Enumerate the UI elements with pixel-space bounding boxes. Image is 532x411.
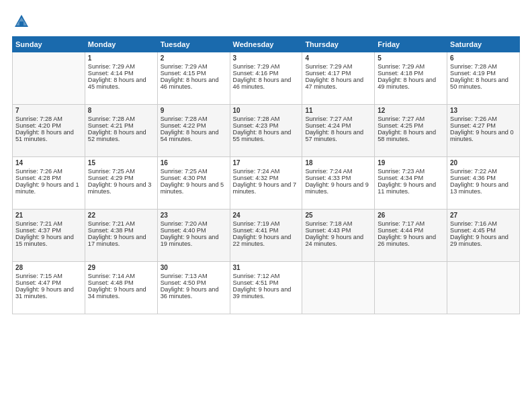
sunset: Sunset: 4:47 PM [15,279,61,286]
day-number: 3 [233,54,300,62]
calendar-cell: 16Sunrise: 7:25 AMSunset: 4:30 PMDayligh… [157,157,230,210]
daylight: Daylight: 9 hours and 36 minutes. [161,286,219,300]
calendar-week-row: 21Sunrise: 7:21 AMSunset: 4:37 PMDayligh… [13,210,520,262]
sunset: Sunset: 4:38 PM [88,227,134,234]
logo [12,12,34,31]
calendar-cell [375,262,447,314]
daylight: Daylight: 9 hours and 19 minutes. [161,234,219,247]
daylight: Daylight: 8 hours and 50 minutes. [450,77,508,90]
calendar-body: 1Sunrise: 7:29 AMSunset: 4:14 PMDaylight… [13,52,520,314]
sunset: Sunset: 4:40 PM [161,227,206,234]
sunrise: Sunrise: 7:20 AM [161,220,208,227]
daylight: Daylight: 9 hours and 9 minutes. [305,181,369,195]
calendar-cell: 27Sunrise: 7:16 AMSunset: 4:45 PMDayligh… [447,210,520,262]
sunset: Sunset: 4:15 PM [161,70,206,77]
daylight: Daylight: 9 hours and 39 minutes. [233,286,292,300]
day-number: 7 [15,107,82,114]
weekday-header: Wednesday [230,37,302,52]
daylight: Daylight: 8 hours and 58 minutes. [378,129,436,142]
day-number: 14 [15,159,82,167]
day-number: 21 [15,212,82,219]
sunrise: Sunrise: 7:28 AM [233,116,280,122]
sunset: Sunset: 4:33 PM [305,175,351,181]
sunset: Sunset: 4:32 PM [233,175,279,181]
sunrise: Sunrise: 7:17 AM [378,220,425,227]
calendar-header: SundayMondayTuesdayWednesdayThursdayFrid… [13,37,520,52]
calendar-cell: 13Sunrise: 7:26 AMSunset: 4:27 PMDayligh… [447,105,520,157]
day-number: 12 [378,107,444,114]
calendar-cell: 2Sunrise: 7:29 AMSunset: 4:15 PMDaylight… [157,52,230,105]
sunrise: Sunrise: 7:28 AM [88,116,135,122]
sunrise: Sunrise: 7:29 AM [378,63,425,70]
sunrise: Sunrise: 7:16 AM [450,220,497,227]
calendar-cell: 20Sunrise: 7:22 AMSunset: 4:36 PMDayligh… [447,157,520,210]
day-number: 6 [450,54,517,62]
sunset: Sunset: 4:18 PM [378,70,423,77]
sunset: Sunset: 4:34 PM [378,175,423,181]
calendar-table: SundayMondayTuesdayWednesdayThursdayFrid… [12,36,520,314]
calendar-week-row: 28Sunrise: 7:15 AMSunset: 4:47 PMDayligh… [13,262,520,314]
day-number: 8 [88,107,154,114]
sunset: Sunset: 4:16 PM [233,70,279,77]
sunset: Sunset: 4:48 PM [88,279,134,286]
calendar-cell: 3Sunrise: 7:29 AMSunset: 4:16 PMDaylight… [230,52,302,105]
weekday-header: Tuesday [157,37,230,52]
sunrise: Sunrise: 7:15 AM [15,273,62,279]
calendar-cell [447,262,520,314]
weekday-header: Friday [375,37,447,52]
day-number: 15 [88,159,154,167]
sunset: Sunset: 4:41 PM [233,227,279,234]
day-number: 28 [15,264,82,271]
sunset: Sunset: 4:28 PM [15,175,61,181]
sunset: Sunset: 4:24 PM [305,122,351,129]
weekday-header: Monday [85,37,157,52]
calendar-cell: 24Sunrise: 7:19 AMSunset: 4:41 PMDayligh… [230,210,302,262]
sunset: Sunset: 4:20 PM [15,122,61,129]
calendar-cell: 12Sunrise: 7:27 AMSunset: 4:25 PMDayligh… [375,105,447,157]
sunrise: Sunrise: 7:22 AM [450,168,497,175]
calendar-cell: 31Sunrise: 7:12 AMSunset: 4:51 PMDayligh… [230,262,302,314]
calendar-cell: 14Sunrise: 7:26 AMSunset: 4:28 PMDayligh… [13,157,85,210]
calendar-cell: 30Sunrise: 7:13 AMSunset: 4:50 PMDayligh… [157,262,230,314]
day-number: 22 [88,212,154,219]
day-number: 13 [450,107,517,114]
sunset: Sunset: 4:17 PM [305,70,351,77]
sunset: Sunset: 4:29 PM [88,175,134,181]
calendar-cell: 23Sunrise: 7:20 AMSunset: 4:40 PMDayligh… [157,210,230,262]
calendar-cell: 6Sunrise: 7:28 AMSunset: 4:19 PMDaylight… [447,52,520,105]
daylight: Daylight: 9 hours and 1 minute. [15,181,79,195]
daylight: Daylight: 9 hours and 15 minutes. [15,234,74,247]
calendar-cell: 25Sunrise: 7:18 AMSunset: 4:43 PMDayligh… [302,210,375,262]
sunset: Sunset: 4:50 PM [161,279,206,286]
day-number: 11 [305,107,371,114]
daylight: Daylight: 9 hours and 0 minutes. [450,129,514,142]
day-number: 25 [305,212,371,219]
calendar-week-row: 1Sunrise: 7:29 AMSunset: 4:14 PMDaylight… [13,52,520,105]
day-number: 18 [305,159,371,167]
calendar-cell: 18Sunrise: 7:24 AMSunset: 4:33 PMDayligh… [302,157,375,210]
sunrise: Sunrise: 7:25 AM [88,168,135,175]
day-number: 30 [161,264,227,271]
sunrise: Sunrise: 7:24 AM [305,168,352,175]
calendar-cell: 26Sunrise: 7:17 AMSunset: 4:44 PMDayligh… [375,210,447,262]
sunrise: Sunrise: 7:18 AM [305,220,352,227]
sunrise: Sunrise: 7:14 AM [88,273,135,279]
calendar-week-row: 7Sunrise: 7:28 AMSunset: 4:20 PMDaylight… [13,105,520,157]
day-number: 1 [88,54,154,62]
calendar-cell: 1Sunrise: 7:29 AMSunset: 4:14 PMDaylight… [85,52,157,105]
calendar-cell: 29Sunrise: 7:14 AMSunset: 4:48 PMDayligh… [85,262,157,314]
day-number: 27 [450,212,517,219]
daylight: Daylight: 8 hours and 45 minutes. [88,77,146,90]
sunrise: Sunrise: 7:23 AM [378,168,425,175]
day-number: 10 [233,107,300,114]
sunrise: Sunrise: 7:29 AM [161,63,208,70]
calendar-cell [13,52,85,105]
calendar-cell: 7Sunrise: 7:28 AMSunset: 4:20 PMDaylight… [13,105,85,157]
calendar-cell: 19Sunrise: 7:23 AMSunset: 4:34 PMDayligh… [375,157,447,210]
daylight: Daylight: 8 hours and 49 minutes. [378,77,436,90]
sunset: Sunset: 4:30 PM [161,175,206,181]
day-number: 31 [233,264,300,271]
daylight: Daylight: 9 hours and 13 minutes. [450,181,508,195]
sunset: Sunset: 4:23 PM [233,122,279,129]
sunrise: Sunrise: 7:26 AM [15,168,62,175]
